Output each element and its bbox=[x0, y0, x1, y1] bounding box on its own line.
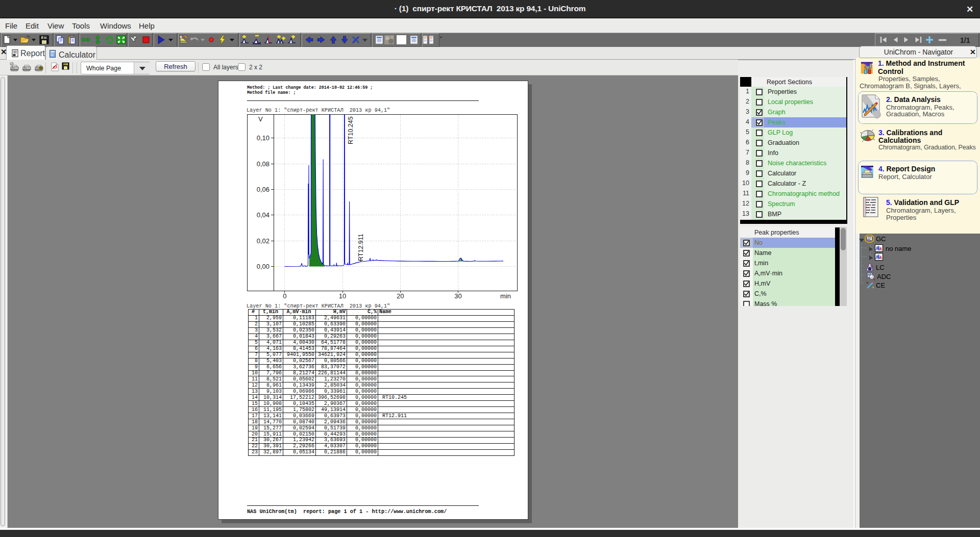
svg-text:min: min bbox=[500, 292, 511, 300]
svg-text:0: 0 bbox=[283, 292, 286, 300]
svg-text:RT12.911: RT12.911 bbox=[357, 234, 364, 261]
svg-text:0,10: 0,10 bbox=[257, 134, 270, 142]
svg-text:10: 10 bbox=[339, 292, 346, 300]
svg-text:30: 30 bbox=[454, 292, 461, 300]
svg-text:0,02: 0,02 bbox=[257, 237, 270, 245]
svg-text:0,06: 0,06 bbox=[257, 186, 270, 193]
svg-text:20: 20 bbox=[397, 292, 404, 300]
svg-text:V: V bbox=[258, 115, 263, 123]
svg-text:0,00: 0,00 bbox=[257, 263, 270, 270]
svg-text:0,08: 0,08 bbox=[257, 160, 270, 168]
svg-text:RT10.245: RT10.245 bbox=[347, 116, 354, 144]
svg-text:0,04: 0,04 bbox=[257, 211, 270, 219]
